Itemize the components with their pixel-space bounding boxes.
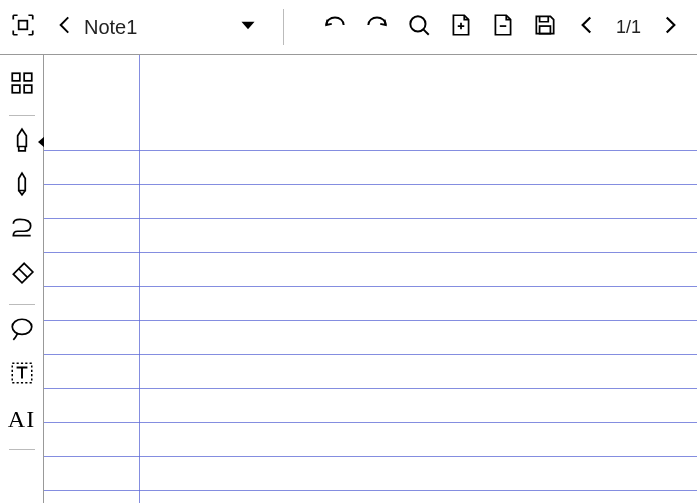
sidebar-divider <box>9 449 35 450</box>
redo-button[interactable] <box>358 8 396 46</box>
title-dropdown-button[interactable] <box>229 8 267 46</box>
ai-tool-button[interactable]: AI <box>0 399 44 439</box>
tool-sidebar: AI <box>0 55 44 503</box>
add-page-icon <box>448 12 474 42</box>
ai-icon: AI <box>8 406 35 433</box>
text-icon <box>9 360 35 390</box>
undo-button[interactable] <box>316 8 354 46</box>
undo-icon <box>322 12 348 42</box>
pencil-tool-button[interactable] <box>0 166 44 206</box>
header-toolbar: Note1 <box>0 0 697 55</box>
redo-icon <box>364 12 390 42</box>
header-divider <box>283 9 284 45</box>
remove-page-button[interactable] <box>484 8 522 46</box>
search-icon <box>406 12 432 42</box>
add-page-button[interactable] <box>442 8 480 46</box>
ruled-line <box>44 286 697 287</box>
svg-rect-3 <box>12 73 20 81</box>
marker-icon <box>9 127 35 157</box>
chevron-down-icon <box>235 12 261 42</box>
chevron-left-icon <box>52 12 78 42</box>
ruled-line <box>44 354 697 355</box>
ruled-line <box>44 422 697 423</box>
marker-tool-button[interactable] <box>0 122 44 162</box>
sidebar-divider <box>9 115 35 116</box>
svg-rect-0 <box>19 21 28 30</box>
page-indicator: 1/1 <box>610 17 647 38</box>
ruled-line <box>44 252 697 253</box>
ruled-line <box>44 320 697 321</box>
save-button[interactable] <box>526 8 564 46</box>
prev-page-button[interactable] <box>568 8 606 46</box>
search-button[interactable] <box>400 8 438 46</box>
chevron-right-icon <box>657 12 683 42</box>
remove-page-icon <box>490 12 516 42</box>
chevron-left-icon <box>574 12 600 42</box>
pencil-icon <box>9 171 35 201</box>
ruled-line <box>44 456 697 457</box>
ruled-line <box>44 150 697 151</box>
apps-button[interactable] <box>0 65 44 105</box>
ruled-line <box>44 218 697 219</box>
note-canvas[interactable] <box>44 55 697 503</box>
crop-icon <box>10 12 36 42</box>
eraser-tool-button[interactable] <box>0 254 44 294</box>
next-page-button[interactable] <box>651 8 689 46</box>
header-left-group: Note1 <box>4 8 267 46</box>
save-icon <box>532 12 558 42</box>
apps-icon <box>9 70 35 100</box>
selection-tool-button[interactable] <box>0 311 44 351</box>
crop-button[interactable] <box>4 8 42 46</box>
svg-point-7 <box>12 319 32 334</box>
lasso-icon <box>9 215 35 245</box>
svg-rect-4 <box>24 73 32 81</box>
ruled-line <box>44 184 697 185</box>
ruled-line <box>44 490 697 491</box>
ruled-line <box>44 388 697 389</box>
eraser-icon <box>9 259 35 289</box>
text-tool-button[interactable] <box>0 355 44 395</box>
lasso-tool-button[interactable] <box>0 210 44 250</box>
margin-line <box>139 55 140 503</box>
svg-rect-6 <box>24 85 32 93</box>
header-right-group: 1/1 <box>316 8 689 46</box>
back-button[interactable] <box>46 8 84 46</box>
svg-point-1 <box>410 16 425 31</box>
selection-icon <box>9 316 35 346</box>
svg-rect-5 <box>12 85 20 93</box>
sidebar-divider <box>9 304 35 305</box>
document-title[interactable]: Note1 <box>84 16 137 39</box>
svg-rect-2 <box>540 26 551 34</box>
